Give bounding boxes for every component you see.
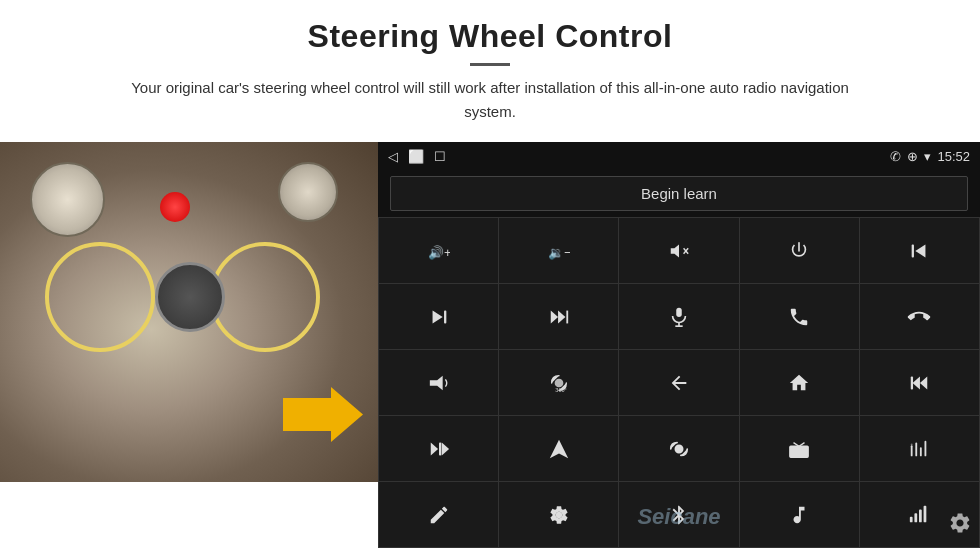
- svg-rect-22: [439, 442, 441, 455]
- svg-marker-10: [558, 310, 565, 323]
- red-indicator: [160, 192, 190, 222]
- svg-rect-36: [915, 513, 918, 522]
- status-bar: ◁ ⬜ ☐ ✆ ⊕ ▾ 15:52: [378, 142, 980, 170]
- svg-rect-35: [910, 516, 913, 522]
- home-nav-icon[interactable]: ⬜: [408, 149, 424, 164]
- settings-button[interactable]: [499, 482, 618, 547]
- svg-point-16: [555, 379, 562, 386]
- equalizer-button[interactable]: [860, 416, 979, 481]
- bluetooth-button[interactable]: [619, 482, 738, 547]
- vol-up-button[interactable]: 🔊+: [379, 218, 498, 283]
- vol-down-button[interactable]: 🔉−: [499, 218, 618, 283]
- head-unit-screen: ◁ ⬜ ☐ ✆ ⊕ ▾ 15:52 Begin learn: [378, 142, 980, 548]
- svg-marker-9: [551, 310, 558, 323]
- svg-rect-29: [911, 445, 913, 456]
- svg-rect-5: [912, 244, 914, 257]
- mute-button[interactable]: [619, 218, 738, 283]
- svg-marker-18: [920, 376, 927, 389]
- power-button[interactable]: [740, 218, 859, 283]
- svg-rect-32: [920, 447, 922, 456]
- sw-circle-left: [45, 242, 155, 352]
- speedo-left: [30, 162, 105, 237]
- back-nav-button[interactable]: [619, 350, 738, 415]
- phone-status-icon: ✆: [890, 149, 901, 164]
- svg-rect-30: [911, 443, 913, 445]
- home-nav-button[interactable]: [740, 350, 859, 415]
- svg-rect-20: [911, 376, 913, 389]
- skip-forward-button[interactable]: [379, 416, 498, 481]
- svg-rect-31: [916, 442, 918, 456]
- svg-point-34: [556, 511, 562, 517]
- sw-center: [155, 262, 225, 332]
- rewind-button[interactable]: [860, 350, 979, 415]
- svg-marker-24: [550, 439, 568, 457]
- svg-text:360°: 360°: [555, 387, 566, 393]
- navigate-button[interactable]: [499, 416, 618, 481]
- car-image-area: [0, 142, 378, 482]
- title-divider: [470, 63, 510, 66]
- header-section: Steering Wheel Control Your original car…: [0, 0, 980, 134]
- page-container: Steering Wheel Control Your original car…: [0, 0, 980, 548]
- svg-marker-7: [432, 310, 442, 323]
- svg-marker-23: [441, 442, 448, 455]
- radio-button[interactable]: [740, 416, 859, 481]
- phone-answer-button[interactable]: [740, 284, 859, 349]
- music-button[interactable]: [740, 482, 859, 547]
- svg-text:🔉−: 🔉−: [548, 244, 570, 260]
- page-title: Steering Wheel Control: [60, 18, 920, 55]
- svg-rect-28: [792, 449, 798, 450]
- back-nav-icon[interactable]: ◁: [388, 149, 398, 164]
- begin-learn-button[interactable]: Begin learn: [390, 176, 968, 211]
- pen-button[interactable]: [379, 482, 498, 547]
- svg-rect-12: [676, 307, 682, 316]
- svg-point-27: [801, 449, 806, 454]
- phone-end-button[interactable]: [860, 284, 979, 349]
- speedo-right: [278, 162, 338, 222]
- svg-marker-15: [429, 375, 442, 390]
- content-section: ◁ ⬜ ☐ ✆ ⊕ ▾ 15:52 Begin learn: [0, 142, 980, 548]
- time-display: 15:52: [937, 149, 970, 164]
- control-grid: 🔊+ 🔉−: [378, 217, 980, 548]
- svg-marker-2: [671, 244, 679, 257]
- svg-rect-8: [444, 310, 446, 323]
- microphone-button[interactable]: [619, 284, 738, 349]
- gear-settings-icon[interactable]: [948, 511, 972, 540]
- source-button[interactable]: [619, 416, 738, 481]
- sw-circle-right: [210, 242, 320, 352]
- svg-rect-38: [924, 505, 927, 521]
- status-right: ✆ ⊕ ▾ 15:52: [890, 149, 970, 164]
- head-unit-wrapper: ◁ ⬜ ☐ ✆ ⊕ ▾ 15:52 Begin learn: [378, 142, 980, 548]
- camera-360-button[interactable]: 360°: [499, 350, 618, 415]
- location-status-icon: ⊕: [907, 149, 918, 164]
- begin-learn-row: Begin learn: [378, 170, 980, 217]
- svg-marker-21: [430, 442, 437, 455]
- svg-marker-6: [916, 244, 926, 257]
- svg-text:🔊+: 🔊+: [428, 244, 450, 260]
- recents-nav-icon[interactable]: ☐: [434, 149, 446, 164]
- wifi-status-icon: ▾: [924, 149, 931, 164]
- next-track-button[interactable]: [379, 284, 498, 349]
- svg-rect-37: [919, 509, 922, 522]
- svg-marker-19: [913, 376, 920, 389]
- prev-track-button[interactable]: [860, 218, 979, 283]
- horn-button[interactable]: [379, 350, 498, 415]
- subtitle: Your original car's steering wheel contr…: [110, 76, 870, 124]
- status-left: ◁ ⬜ ☐: [388, 149, 446, 164]
- svg-point-25: [675, 445, 682, 452]
- svg-rect-33: [925, 440, 927, 456]
- fast-forward-button[interactable]: [499, 284, 618, 349]
